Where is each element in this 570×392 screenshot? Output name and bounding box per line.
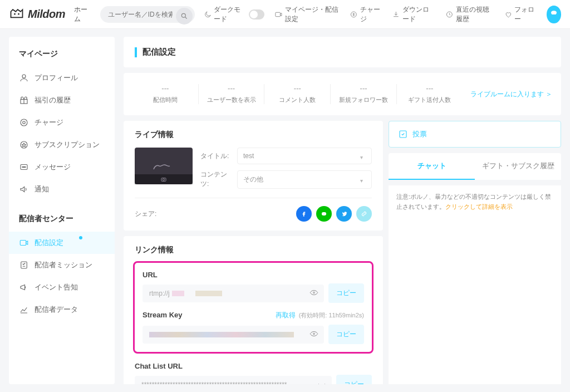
chevron-down-icon — [360, 153, 366, 159]
stats-card: ---配信時間 ---ユーザー数を表示 ---コメント人数 ---新規フォロワー… — [124, 73, 561, 115]
chatlist-label: Chat List URL — [135, 362, 183, 370]
target-icon — [19, 117, 29, 128]
thumbnail-art-icon — [150, 157, 177, 175]
svg-point-0 — [14, 13, 16, 14]
app-header: Mildom ホーム ダークモード マイページ・配信設定 チャージ ダウンロード… — [0, 0, 570, 29]
line-icon — [320, 210, 328, 218]
streamkey-label: Stream Key — [142, 311, 183, 319]
search-wrap — [100, 6, 195, 23]
sidebar: マイページ プロフィール 福引の履歴 チャージ サブスクリプション メッセージ … — [9, 37, 115, 384]
eye-closed-icon[interactable] — [317, 379, 326, 384]
svg-rect-20 — [322, 212, 326, 215]
svg-point-13 — [22, 166, 23, 168]
eye-icon[interactable] — [309, 329, 318, 340]
copy-streamkey-button[interactable]: コピー — [328, 325, 364, 344]
sidebar-item-message[interactable]: メッセージ — [9, 156, 115, 178]
svg-point-19 — [163, 179, 165, 181]
link-icon — [360, 210, 368, 218]
sidebar-item-charge[interactable]: チャージ — [9, 111, 115, 134]
badge-dot — [79, 236, 82, 239]
sidebar-item-event[interactable]: イベント告知 — [9, 276, 115, 298]
svg-rect-4 — [276, 12, 281, 16]
nav-history[interactable]: 直近の視聴履歴 — [445, 5, 494, 24]
logo[interactable]: Mildom — [9, 7, 65, 22]
nav-follow[interactable]: フォロー — [504, 5, 537, 24]
url-input[interactable]: rtmp://j — [142, 285, 324, 302]
sidebar-item-mission[interactable]: 配信者ミッション — [9, 254, 115, 276]
checklist-icon — [19, 260, 29, 270]
stat-gifts: ---ギフト送付人数 — [397, 84, 463, 104]
download-icon — [392, 9, 400, 19]
sidebar-item-profile[interactable]: プロフィール — [9, 67, 115, 89]
share-label: シェア: — [135, 209, 156, 219]
svg-rect-16 — [20, 241, 26, 246]
moon-icon — [204, 9, 212, 19]
tab-gift-history[interactable]: ギフト・サブスク履歴 — [475, 153, 561, 180]
enter-room-link[interactable]: ライブルームに入ります ＞ — [463, 90, 552, 99]
nav-mypage[interactable]: マイページ・配信設定 — [274, 5, 340, 24]
avatar[interactable] — [547, 6, 561, 23]
vote-icon — [398, 129, 408, 139]
title-select[interactable]: test — [237, 148, 372, 164]
share-line[interactable] — [316, 206, 332, 222]
content-select[interactable]: その他 — [237, 170, 372, 189]
sidebar-section-mypage: マイページ — [9, 49, 115, 67]
accent-bar — [135, 47, 137, 57]
svg-rect-17 — [21, 262, 27, 268]
sidebar-item-lottery[interactable]: 福引の履歴 — [9, 89, 115, 111]
svg-point-9 — [21, 119, 27, 126]
camera-icon — [19, 238, 29, 248]
content-label: コンテンツ: — [200, 170, 232, 189]
chart-icon — [19, 305, 29, 315]
tab-chat[interactable]: チャット — [389, 153, 475, 180]
svg-point-15 — [25, 166, 26, 168]
refetch-link[interactable]: 再取得 — [276, 311, 296, 320]
search-button[interactable] — [176, 8, 193, 24]
svg-point-21 — [313, 292, 315, 293]
link-info-title: リンク情報 — [135, 245, 372, 255]
heart-icon — [504, 9, 513, 19]
sidebar-item-subscription[interactable]: サブスクリプション — [9, 134, 115, 156]
logo-text: Mildom — [28, 8, 65, 21]
twitter-icon — [340, 210, 348, 218]
valid-time: (有効時間: 11h59min2s) — [299, 311, 364, 320]
live-info-title: ライブ情報 — [135, 130, 372, 140]
darkmode-toggle[interactable]: ダークモード — [204, 5, 264, 24]
main: 配信設定 ---配信時間 ---ユーザー数を表示 ---コメント人数 ---新規… — [124, 37, 561, 384]
copy-url-button[interactable]: コピー — [328, 283, 364, 303]
header-right: ダークモード マイページ・配信設定 チャージ ダウンロード 直近の視聴履歴 フォ… — [204, 5, 561, 24]
logo-icon — [9, 7, 24, 22]
nav-home[interactable]: ホーム — [74, 5, 91, 24]
title-label: タイトル: — [200, 151, 232, 161]
svg-point-14 — [23, 166, 24, 168]
sidebar-item-broadcast-settings[interactable]: 配信設定 — [9, 232, 115, 254]
clock-icon — [445, 9, 454, 19]
chevron-down-icon — [360, 177, 366, 182]
stat-comments: ---コメント人数 — [264, 84, 331, 104]
share-link[interactable] — [356, 206, 372, 222]
stat-time: ---配信時間 — [132, 84, 199, 104]
sidebar-item-notification[interactable]: 通知 — [9, 178, 115, 200]
svg-line-3 — [185, 17, 186, 18]
sidebar-item-data[interactable]: 配信者データ — [9, 298, 115, 321]
streamkey-input[interactable] — [142, 326, 324, 344]
thumbnail[interactable] — [135, 148, 193, 184]
megaphone-icon — [19, 282, 29, 292]
url-label: URL — [142, 271, 158, 279]
chatlist-input[interactable]: ****************************************… — [135, 376, 332, 385]
copy-chatlist-button[interactable]: コピー — [336, 375, 372, 384]
nav-download[interactable]: ダウンロード — [392, 5, 435, 24]
svg-point-10 — [23, 121, 26, 124]
user-icon — [19, 73, 29, 83]
page-title: 配信設定 — [142, 47, 176, 57]
toggle-switch[interactable] — [249, 9, 264, 19]
svg-point-7 — [22, 75, 26, 78]
nav-charge[interactable]: チャージ — [350, 5, 382, 24]
search-icon — [180, 12, 188, 20]
chat-notice-link[interactable]: クリックして詳細を表示 — [445, 203, 513, 210]
eye-icon[interactable] — [309, 288, 318, 298]
vote-card[interactable]: 投票 — [389, 121, 561, 148]
share-facebook[interactable] — [296, 206, 312, 222]
share-twitter[interactable] — [336, 206, 352, 222]
video-icon — [274, 9, 283, 19]
